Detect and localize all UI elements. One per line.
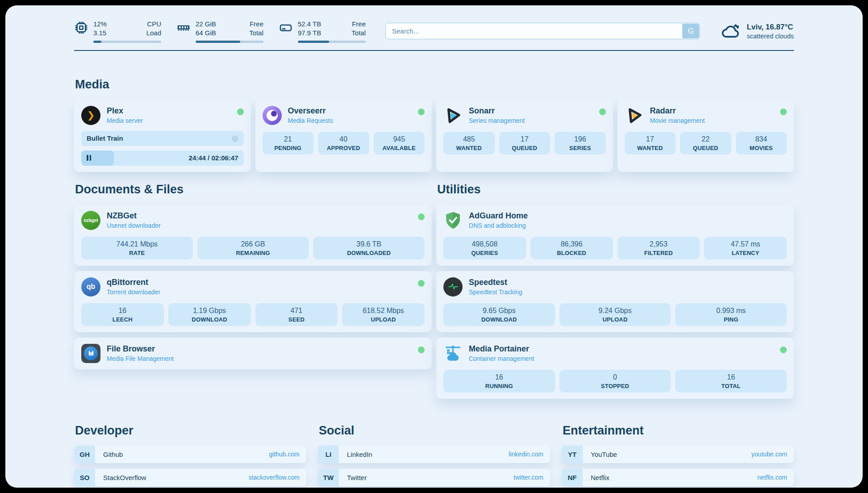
app-description: Container management	[469, 355, 534, 362]
stat-box: 0.993 ms PING	[675, 303, 787, 326]
stat-box: 498,508 QUERIES	[443, 237, 526, 259]
stat-box: 744.21 Mbps RATE	[81, 237, 193, 259]
bookmark-url[interactable]: github.com	[269, 451, 300, 458]
bookmark-section-developer: Developer GH Github github.com SO StackO…	[74, 424, 306, 488]
bookmark-name: YouTube	[591, 451, 617, 458]
app-card-radarr[interactable]: Radarr Movie management 17 WANTED 22 QUE…	[618, 100, 794, 172]
search-engine-button[interactable]: G	[682, 24, 699, 38]
bookmark-github[interactable]: GH Github github.com	[74, 446, 306, 463]
section-title-entertainment: Entertainment	[563, 424, 794, 438]
app-title: Media Portainer	[469, 344, 534, 354]
filebrowser-icon	[81, 344, 100, 363]
app-card-speedtest[interactable]: Speedtest Speedtest Tracking 9.65 Gbps D…	[436, 271, 794, 332]
disk-widget: 52.4 TB 97.9 TB Free Total	[279, 20, 366, 43]
stat-box: 16 LEECH	[81, 303, 164, 326]
app-description: Media Requests	[288, 117, 333, 124]
stat-box: 266 GB REMAINING	[197, 237, 309, 259]
portainer-icon	[443, 344, 463, 363]
bookmark-abbr: YT	[562, 446, 583, 463]
app-description: Media server	[107, 117, 143, 124]
cast-icon[interactable]: ◎	[232, 134, 238, 142]
bookmark-url[interactable]: twitter.com	[513, 474, 543, 481]
app-title: Speedtest	[469, 278, 522, 288]
bookmark-abbr: NF	[562, 469, 583, 486]
section-title-documents: Documents & Files	[75, 183, 432, 196]
app-card-sonarr[interactable]: Sonarr Series management 485 WANTED 17 Q…	[436, 100, 613, 172]
bookmark-name: Netflix	[591, 474, 609, 481]
stat-box: 618.52 Mbps UPLOAD	[342, 303, 425, 326]
bookmark-name: Twitter	[347, 474, 367, 481]
app-title: Overseerr	[288, 106, 333, 116]
status-online-dot	[418, 280, 425, 287]
cpu-usage-value: 12%	[93, 20, 107, 29]
bookmark-url[interactable]: stackoverflow.com	[249, 474, 300, 481]
bookmark-url[interactable]: netflix.com	[757, 474, 787, 481]
section-title-developer: Developer	[75, 424, 306, 438]
app-card-adguard[interactable]: AdGuard Home DNS and adblocking 498,508 …	[436, 205, 794, 266]
stat-box: 2,953 FILTERED	[618, 237, 700, 259]
weather-condition: scattered clouds	[747, 33, 794, 40]
bookmark-name: LinkedIn	[347, 451, 372, 458]
app-title: NZBGet	[107, 211, 161, 221]
stat-box: 86,396 BLOCKED	[530, 237, 613, 259]
status-online-dot	[780, 347, 787, 353]
bookmark-netflix[interactable]: NF Netflix netflix.com	[562, 469, 794, 486]
disk-icon	[279, 21, 293, 35]
cpu-icon	[74, 21, 88, 35]
cpu-load-value: 3.15	[93, 29, 107, 38]
app-description: Movie management	[650, 117, 705, 124]
app-card-qbittorrent[interactable]: qb qBittorrent Torrent downloader 16 LEE…	[74, 271, 432, 332]
stat-box: 471 SEED	[255, 303, 338, 326]
now-playing-row: Bullet Train ◎	[81, 131, 244, 146]
bookmark-name: Github	[103, 451, 123, 458]
stat-box: 47.57 ms LATENCY	[704, 237, 787, 259]
app-card-plex[interactable]: ❯ Plex Media server Bullet Train ◎ 24:44…	[74, 100, 251, 172]
nzbget-icon: nzbget	[81, 211, 100, 230]
app-title: qBittorrent	[107, 278, 160, 288]
bookmark-section-entertainment: Entertainment YT YouTube youtube.com NF …	[562, 424, 794, 488]
search-input[interactable]	[385, 23, 700, 39]
app-card-nzbget[interactable]: nzbget NZBGet Usenet downloader 744.21 M…	[74, 205, 432, 266]
cpu-widget: 12% 3.15 CPU Load	[74, 20, 161, 43]
cpu-label: CPU	[146, 20, 161, 29]
bookmark-abbr: SO	[74, 469, 95, 486]
sonarr-icon	[443, 106, 463, 125]
app-card-filebrowser[interactable]: File Browser Media File Management	[74, 338, 432, 369]
memory-free-value: 22 GiB	[196, 20, 216, 29]
dashboard-page: 12% 3.15 CPU Load	[5, 5, 863, 488]
disk-free-value: 52.4 TB	[298, 20, 321, 29]
stat-box: 39.6 TB DOWNLOADED	[313, 237, 425, 259]
disk-total-value: 97.9 TB	[298, 29, 321, 38]
app-title: Sonarr	[469, 106, 525, 116]
status-online-dot	[599, 109, 606, 115]
memory-total-value: 64 GiB	[196, 29, 216, 38]
bookmark-section-social: Social LI LinkedIn linkedin.com TW Twitt…	[318, 424, 550, 488]
bookmark-url[interactable]: youtube.com	[751, 451, 787, 458]
bookmark-url[interactable]: linkedin.com	[509, 451, 543, 458]
playback-time: 24:44 / 02:06:47	[189, 154, 238, 162]
adguard-icon	[443, 211, 463, 230]
app-card-portainer[interactable]: Media Portainer Container management 16 …	[436, 338, 794, 399]
search-bar: G	[385, 23, 700, 39]
stat-box: 945 AVAILABLE	[374, 132, 425, 155]
stat-box: 9.65 Gbps DOWNLOAD	[443, 303, 555, 326]
stat-box: 22 QUEUED	[680, 132, 731, 155]
app-description: Usenet downloader	[107, 222, 161, 229]
bookmark-twitter[interactable]: TW Twitter twitter.com	[318, 469, 550, 486]
stat-box: 834 MOVIES	[736, 132, 787, 155]
stat-box: 17 QUEUED	[499, 132, 551, 155]
section-title-social: Social	[319, 424, 550, 438]
stat-box: 40 APPROVED	[318, 132, 369, 155]
bookmark-abbr: GH	[74, 446, 95, 463]
app-description: Media File Management	[107, 355, 174, 362]
stat-box: 485 WANTED	[443, 132, 495, 155]
bookmark-name: StackOverflow	[103, 474, 146, 481]
app-card-overseerr[interactable]: Overseerr Media Requests 21 PENDING 40 A…	[255, 100, 432, 172]
status-online-dot	[418, 347, 425, 353]
status-online-dot	[237, 109, 244, 115]
bookmark-stackoverflow[interactable]: SO StackOverflow stackoverflow.com	[74, 469, 306, 486]
stat-box: 16 TOTAL	[675, 370, 787, 393]
pause-icon[interactable]	[87, 155, 91, 161]
bookmark-linkedin[interactable]: LI LinkedIn linkedin.com	[318, 446, 550, 463]
bookmark-youtube[interactable]: YT YouTube youtube.com	[562, 446, 794, 463]
